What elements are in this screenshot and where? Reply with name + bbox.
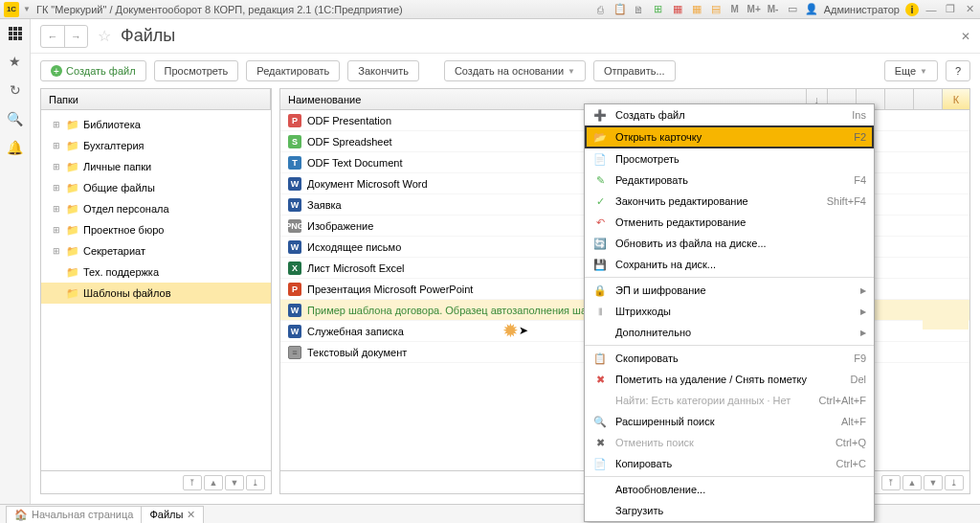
scroll-bottom-icon[interactable]: ⤓ xyxy=(246,475,265,490)
menu-item[interactable]: 📄КопироватьCtrl+C xyxy=(585,453,874,474)
menu-item[interactable]: ↶Отменить редактирование xyxy=(585,212,874,233)
scroll-down-icon[interactable]: ▼ xyxy=(225,475,244,490)
menu-item-label: Отменить поиск xyxy=(615,437,828,448)
user-name[interactable]: Администратор xyxy=(824,4,900,15)
view-button[interactable]: Просмотреть xyxy=(154,60,239,81)
col-status[interactable] xyxy=(885,89,914,109)
expand-icon[interactable]: ⊞ xyxy=(51,183,62,193)
calendar2-icon[interactable]: ▦ xyxy=(690,3,703,16)
folder-item[interactable]: ⊞📁Секретариат xyxy=(41,240,271,262)
toolbar-icon[interactable]: ▭ xyxy=(786,3,799,16)
close-page-icon[interactable]: ✕ xyxy=(961,30,970,43)
minimize-icon[interactable]: — xyxy=(924,3,938,16)
menu-item[interactable]: 📄Просмотреть xyxy=(585,148,874,170)
menu-dropdown-icon[interactable]: ▼ xyxy=(23,5,31,13)
menu-item[interactable]: 🔒ЭП и шифрование▶ xyxy=(585,280,874,301)
file-name: Текстовый документ xyxy=(307,347,407,358)
expand-icon[interactable]: ⊞ xyxy=(51,162,62,171)
menu-item[interactable]: Дополнительно▶ xyxy=(585,322,874,343)
scroll-up-icon[interactable]: ▲ xyxy=(902,475,922,490)
menu-shortcut: Shift+F4 xyxy=(827,195,866,207)
info-icon[interactable]: i xyxy=(905,3,919,16)
m-minus-button[interactable]: M- xyxy=(767,3,780,16)
menu-item[interactable]: Найти: Есть категории данных · НетCtrl+A… xyxy=(585,390,874,411)
send-button[interactable]: Отправить... xyxy=(593,60,676,81)
menu-item[interactable]: ⦀Штрихкоды▶ xyxy=(585,301,874,322)
finish-button[interactable]: Закончить xyxy=(347,60,419,81)
back-button[interactable]: ← xyxy=(41,26,64,47)
scroll-top-icon[interactable]: ⤒ xyxy=(881,475,901,490)
user-icon[interactable]: 👤 xyxy=(805,3,818,16)
clipboard-icon[interactable]: 📋 xyxy=(613,3,627,16)
help-button[interactable]: ? xyxy=(946,60,970,81)
forward-button[interactable]: → xyxy=(64,26,87,47)
folder-label: Библиотека xyxy=(83,119,141,130)
scroll-top-icon[interactable]: ⤒ xyxy=(183,475,202,490)
expand-icon[interactable]: ⊞ xyxy=(51,246,62,256)
menu-item[interactable]: ✖Отменить поискCtrl+Q xyxy=(585,432,874,453)
expand-icon[interactable]: ⊞ xyxy=(51,204,62,214)
folder-item[interactable]: ⊞📁Бухгалтерия xyxy=(41,135,271,156)
folder-item[interactable]: 📁Шаблоны файлов xyxy=(41,283,271,304)
menu-item[interactable]: ➕Создать файлIns xyxy=(585,104,874,125)
menu-item[interactable]: 📂Открыть карточкуF2 xyxy=(585,125,874,148)
expand-icon[interactable]: ⊞ xyxy=(51,225,62,235)
menu-item-label: Автообновление... xyxy=(615,484,866,495)
file-name: ODF Presentation xyxy=(307,115,391,126)
m-plus-button[interactable]: M+ xyxy=(747,3,761,16)
search-icon[interactable]: 🔍 xyxy=(7,111,23,126)
file-name: Служебная записка xyxy=(307,326,404,337)
favorites-icon[interactable]: ★ xyxy=(9,54,21,69)
expand-icon[interactable]: ⊞ xyxy=(51,141,62,150)
more-button[interactable]: Еще▼ xyxy=(884,60,938,81)
menu-item[interactable]: ✎РедактироватьF4 xyxy=(585,170,874,191)
sections-icon[interactable] xyxy=(9,27,22,40)
folder-icon: 📁 xyxy=(66,224,79,237)
folder-item[interactable]: 📁Тех. поддержка xyxy=(41,262,271,283)
expand-icon[interactable]: ⊞ xyxy=(51,120,62,129)
folder-tree[interactable]: ⊞📁Библиотека⊞📁Бухгалтерия⊞📁Личные папки⊞… xyxy=(41,110,271,470)
col-letter[interactable]: К xyxy=(943,89,969,109)
calc-icon[interactable]: ⊞ xyxy=(652,3,665,16)
compare-icon[interactable]: 🗎 xyxy=(633,3,646,16)
menu-item[interactable]: 🔍Расширенный поискAlt+F xyxy=(585,411,874,432)
m-button[interactable]: M xyxy=(728,3,742,16)
folder-item[interactable]: ⊞📁Общие файлы xyxy=(41,177,271,198)
files-tab[interactable]: Файлы ✕ xyxy=(141,506,204,523)
close-window-icon[interactable]: ✕ xyxy=(963,3,976,16)
scroll-bottom-icon[interactable]: ⤓ xyxy=(945,475,964,490)
folders-header[interactable]: Папки xyxy=(41,89,271,109)
notifications-icon[interactable]: 🔔 xyxy=(7,140,23,155)
menu-item[interactable]: Загрузить xyxy=(585,500,874,521)
menu-item[interactable]: 🔄Обновить из файла на диске... xyxy=(585,233,874,254)
create-file-button[interactable]: +Создать файл xyxy=(40,60,146,81)
window-title: ГК "Меркурий" / Документооборот 8 КОРП, … xyxy=(36,4,594,15)
menu-item[interactable]: 💾Сохранить на диск... xyxy=(585,254,874,275)
menu-item-label: Штрихкоды xyxy=(615,306,853,317)
schedule-icon[interactable]: ▤ xyxy=(709,3,723,16)
menu-item[interactable]: Автообновление... xyxy=(585,479,874,500)
home-tab[interactable]: 🏠 Начальная страница xyxy=(6,506,142,523)
folder-item[interactable]: ⊞📁Библиотека xyxy=(41,114,271,135)
restore-icon[interactable]: ❐ xyxy=(944,3,957,16)
scroll-up-icon[interactable]: ▲ xyxy=(204,475,223,490)
history-icon[interactable]: ↻ xyxy=(10,82,21,98)
menu-shortcut: F9 xyxy=(854,352,866,364)
create-based-button[interactable]: Создать на основании▼ xyxy=(444,60,586,81)
folder-item[interactable]: ⊞📁Проектное бюро xyxy=(41,219,271,240)
menu-item[interactable]: ✖Пометить на удаление / Снять пометкуDel xyxy=(585,369,874,390)
menu-item-label: Копировать xyxy=(615,458,829,469)
folder-item[interactable]: ⊞📁Отдел персонала xyxy=(41,198,271,219)
col-tag[interactable] xyxy=(914,89,943,109)
close-tab-icon[interactable]: ✕ xyxy=(187,509,195,521)
calendar-icon[interactable]: ▦ xyxy=(671,3,684,16)
scroll-down-icon[interactable]: ▼ xyxy=(924,475,943,490)
favorite-star-icon[interactable]: ☆ xyxy=(98,27,111,45)
folder-item[interactable]: ⊞📁Личные папки xyxy=(41,156,271,177)
menu-item[interactable]: 📋СкопироватьF9 xyxy=(585,348,874,369)
print-icon[interactable]: ⎙ xyxy=(594,3,608,16)
menu-item[interactable]: ✓Закончить редактированиеShift+F4 xyxy=(585,191,874,212)
edit-button[interactable]: Редактировать xyxy=(246,60,340,81)
menu-shortcut: F2 xyxy=(854,131,866,143)
folder-label: Отдел персонала xyxy=(83,203,169,215)
